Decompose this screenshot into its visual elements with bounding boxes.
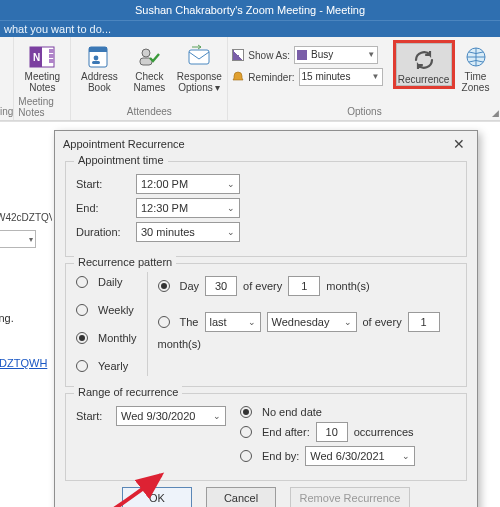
- no-end-radio[interactable]: No end date: [240, 406, 456, 418]
- reminder-label: Reminder:: [248, 72, 294, 83]
- range-start-combo[interactable]: Wed 9/30/2020⌄: [116, 406, 226, 426]
- end-after-input[interactable]: 10: [316, 422, 348, 442]
- of-every-label-1: of every: [243, 280, 282, 292]
- tell-me-text: what you want to do...: [4, 21, 111, 38]
- dialog-title: Appointment Recurrence: [63, 138, 185, 150]
- content-area: W42cDZTQV ing. :DZTQWH Appointment Recur…: [0, 121, 500, 507]
- svg-text:N: N: [33, 52, 40, 63]
- daily-label: Daily: [98, 276, 122, 288]
- response-options-button[interactable]: Response Options ▾: [175, 40, 223, 94]
- recurrence-icon: [410, 46, 438, 74]
- show-as-value: Busy: [311, 47, 333, 63]
- remove-recurrence-button[interactable]: Remove Recurrence: [290, 487, 410, 507]
- meeting-notes-button[interactable]: N Meeting Notes: [18, 40, 66, 94]
- time-zones-label: Time Zones: [462, 71, 490, 93]
- partial-text: W42cDZTQV: [0, 212, 52, 223]
- the-label: The: [180, 316, 199, 328]
- svg-rect-3: [49, 49, 54, 53]
- the-radio[interactable]: [158, 316, 170, 328]
- close-icon[interactable]: ✕: [449, 136, 469, 152]
- partial-text-ing: ing.: [0, 312, 14, 324]
- recurrence-pattern-group: Recurrence pattern Daily Weekly Monthly …: [65, 263, 467, 387]
- onenote-icon: N: [28, 43, 56, 71]
- recurrence-label: Recurrence: [398, 74, 450, 85]
- ok-button[interactable]: OK: [122, 487, 192, 507]
- ribbon-group-caption-left: ing: [0, 104, 13, 119]
- chevron-down-icon: ▼: [363, 47, 375, 63]
- svg-rect-12: [189, 50, 209, 64]
- occurrences-label: occurrences: [354, 426, 414, 438]
- monthly-radio[interactable]: Monthly: [76, 332, 137, 344]
- partial-link[interactable]: :DZTQWH: [0, 357, 47, 369]
- response-options-icon: [185, 43, 213, 71]
- recurrence-button[interactable]: Recurrence: [396, 43, 452, 86]
- day-number-input[interactable]: 30: [205, 276, 237, 296]
- end-by-value: Wed 6/30/2021: [310, 450, 384, 462]
- start-time-combo[interactable]: 12:00 PM⌄: [136, 174, 240, 194]
- months1-input[interactable]: 1: [288, 276, 320, 296]
- range-start-label: Start:: [76, 410, 110, 422]
- weekly-radio[interactable]: Weekly: [76, 304, 137, 316]
- appointment-time-group: Appointment time Start: 12:00 PM⌄ End: 1…: [65, 161, 467, 257]
- yearly-radio[interactable]: Yearly: [76, 360, 137, 372]
- chevron-down-icon: ▼: [368, 69, 380, 85]
- range-legend: Range of recurrence: [74, 386, 182, 398]
- response-options-label: Response Options ▾: [177, 71, 222, 93]
- of-every-label-2: of every: [363, 316, 402, 328]
- end-after-radio[interactable]: End after: 10 occurrences: [240, 422, 456, 442]
- time-zones-button[interactable]: Time Zones: [455, 40, 497, 94]
- yearly-label: Yearly: [98, 360, 128, 372]
- address-book-label: Address Book: [81, 71, 118, 93]
- address-book-icon: [85, 43, 113, 71]
- ordinal-value: last: [210, 316, 227, 328]
- check-names-button[interactable]: Check Names: [125, 40, 173, 94]
- weekly-label: Weekly: [98, 304, 134, 316]
- end-time-value: 12:30 PM: [141, 202, 188, 214]
- months2-input[interactable]: 1: [408, 312, 440, 332]
- day-label: Day: [180, 280, 200, 292]
- show-as-label: Show As:: [248, 50, 290, 61]
- monthly-label: Monthly: [98, 332, 137, 344]
- end-by-radio[interactable]: End by: Wed 6/30/2021⌄: [240, 446, 456, 466]
- ordinal-combo[interactable]: last⌄: [205, 312, 261, 332]
- day-radio[interactable]: [158, 280, 170, 292]
- end-label: End:: [76, 202, 130, 214]
- partial-dropdown[interactable]: [0, 230, 52, 248]
- end-by-combo[interactable]: Wed 6/30/2021⌄: [305, 446, 415, 466]
- show-as-combo[interactable]: Busy ▼: [294, 46, 378, 64]
- reminder-combo[interactable]: 15 minutes ▼: [299, 68, 383, 86]
- svg-point-8: [94, 56, 99, 61]
- duration-combo[interactable]: 30 minutes⌄: [136, 222, 240, 242]
- no-end-label: No end date: [262, 406, 322, 418]
- check-names-icon: [135, 43, 163, 71]
- svg-rect-5: [49, 59, 54, 63]
- end-by-label: End by:: [262, 450, 299, 462]
- weekday-value: Wednesday: [272, 316, 330, 328]
- start-time-value: 12:00 PM: [141, 178, 188, 190]
- address-book-button[interactable]: Address Book: [75, 40, 123, 94]
- end-time-combo[interactable]: 12:30 PM⌄: [136, 198, 240, 218]
- range-group: Range of recurrence Start: Wed 9/30/2020…: [65, 393, 467, 481]
- meeting-notes-caption: Meeting Notes: [18, 94, 66, 120]
- months1-label: month(s): [326, 280, 369, 292]
- globe-icon: [462, 43, 490, 71]
- busy-color-icon: [297, 50, 307, 60]
- duration-value: 30 minutes: [141, 226, 195, 238]
- cancel-button[interactable]: Cancel: [206, 487, 276, 507]
- end-after-label: End after:: [262, 426, 310, 438]
- svg-point-10: [142, 49, 150, 57]
- svg-rect-4: [49, 54, 54, 58]
- svg-rect-7: [89, 47, 107, 52]
- meeting-notes-label: Meeting Notes: [25, 71, 61, 93]
- tell-me-bar[interactable]: what you want to do...: [0, 20, 500, 37]
- reminder-value: 15 minutes: [302, 69, 351, 85]
- show-as-icon: [232, 49, 244, 61]
- range-start-value: Wed 9/30/2020: [121, 410, 195, 422]
- window-title: Sushan Chakraborty's Zoom Meeting - Meet…: [0, 0, 500, 20]
- weekday-combo[interactable]: Wednesday⌄: [267, 312, 357, 332]
- daily-radio[interactable]: Daily: [76, 276, 137, 288]
- appointment-time-legend: Appointment time: [74, 154, 168, 166]
- dialog-launcher-icon[interactable]: ◢: [492, 108, 499, 118]
- pattern-legend: Recurrence pattern: [74, 256, 176, 268]
- start-label: Start:: [76, 178, 130, 190]
